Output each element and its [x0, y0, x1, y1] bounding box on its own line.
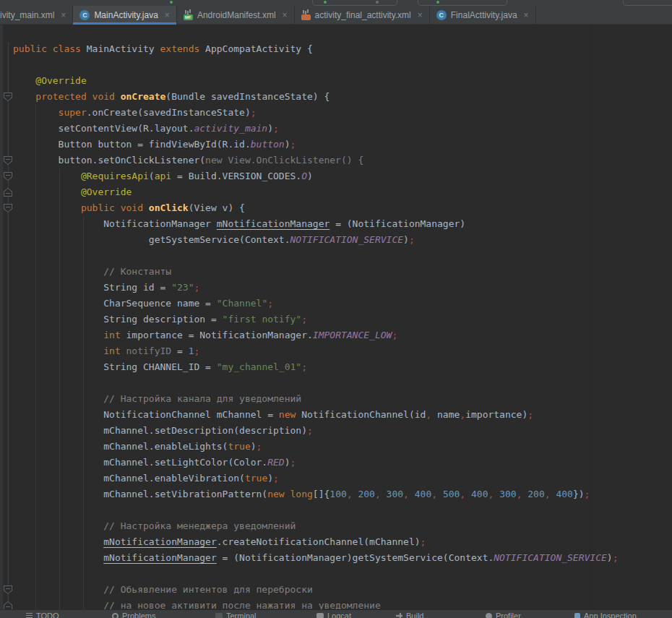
code-line: // Обьявление интентов для переброски: [13, 582, 619, 598]
toolwindow-label: Problems: [122, 611, 155, 618]
fold-marker-icon[interactable]: [4, 585, 12, 594]
toolwindow-logcat-button[interactable]: Logcat: [316, 611, 351, 618]
manifest-icon: MF: [184, 10, 193, 20]
code-line: mChannel.setLightColor(Color.RED);: [13, 455, 619, 471]
java-class-icon: C: [79, 10, 90, 20]
code-line: // Настройка менеджера уведомлений: [13, 518, 619, 534]
code-line: Button button = findViewById(R.id.button…: [13, 137, 619, 153]
code-line: mChannel.enableLights(true);: [13, 439, 619, 455]
tab-label: AndroidManifest.xml: [197, 10, 276, 20]
run-dot-icon: [324, 1, 327, 4]
toolwindow-bar: TODOProblemsTerminalLogcatBuildProfilerA…: [0, 609, 672, 618]
code-line: // Константы: [13, 264, 619, 280]
code-line: public class MainActivity extends AppCom…: [13, 41, 619, 57]
code-line: // Настройка канала для уведомлений: [13, 391, 619, 407]
toolwindow-label: Logcat: [327, 611, 351, 618]
toolwindow-todo-button[interactable]: TODO: [26, 611, 59, 618]
code-area: public class MainActivity extends AppCom…: [13, 41, 619, 614]
code-line: mChannel.setDescription(description);: [13, 423, 619, 439]
code-line: [13, 502, 619, 518]
tab-close-icon[interactable]: ×: [283, 11, 288, 20]
code-line: getSystemService(Context.NOTIFICATION_SE…: [13, 232, 619, 248]
app-inspection-icon: [574, 613, 580, 618]
toolwindow-profiler-button[interactable]: Profiler: [486, 611, 521, 618]
toolwindow-app-inspection-button[interactable]: App Inspection: [574, 611, 637, 618]
editor-tab-finalacttivity-java[interactable]: CFinalActtivity.java×: [430, 6, 536, 24]
tab-label: ivity_main.xml: [0, 10, 54, 20]
code-line: @RequiresApi(api = Build.VERSION_CODES.O…: [13, 168, 619, 184]
logcat-icon: [316, 613, 324, 618]
toolbar-dot-icon: [376, 1, 379, 4]
code-line: mChannel.setVibrationPattern(new long[]{…: [13, 486, 619, 502]
code-line: CharSequence name = "Channel";: [13, 296, 619, 312]
tab-close-icon[interactable]: ×: [165, 11, 170, 20]
editor-tab-ivity-main-xml[interactable]: ivity_main.xml×: [0, 6, 73, 24]
tab-close-icon[interactable]: ×: [61, 11, 66, 20]
tab-close-icon[interactable]: ×: [418, 11, 423, 20]
fold-marker-icon[interactable]: [4, 93, 12, 101]
code-line: String description = "first notify";: [13, 312, 619, 327]
toolwindow-label: Terminal: [226, 611, 257, 618]
toolwindow-label: Profiler: [496, 611, 521, 618]
toolwindow-terminal-button[interactable]: Terminal: [215, 611, 257, 618]
tab-label: FinalActtivity.java: [451, 10, 517, 20]
fold-marker-icon[interactable]: [4, 156, 12, 165]
code-line: super.onCreate(savedInstanceState);: [13, 105, 619, 121]
tab-label: MainActivity.java: [94, 10, 158, 20]
code-line: String CHANNEL_ID = "my_channel_01";: [13, 359, 619, 375]
editor-tab-activity-final-acttivity-xml[interactable]: activity_final_acttivity.xml×: [295, 6, 430, 24]
editor-tab-androidmanifest-xml[interactable]: MFAndroidManifest.xml×: [177, 6, 295, 24]
code-line: setContentView(R.layout.activity_main);: [13, 121, 619, 137]
tab-close-icon[interactable]: ×: [524, 11, 529, 20]
code-line: mChannel.enableVibration(true);: [13, 471, 619, 486]
fold-marker-icon[interactable]: [4, 204, 12, 213]
layout-icon: [301, 10, 311, 20]
code-line: mNotificationManager = (NotificationMana…: [13, 550, 619, 566]
code-line: mNotificationManager.createNotificationC…: [13, 534, 619, 550]
terminal-icon: [215, 613, 223, 618]
code-editor[interactable]: public class MainActivity extends AppCom…: [0, 25, 672, 618]
editor-left-edge: [0, 25, 3, 618]
run-dot-icon: [170, 1, 173, 4]
toolbar-pill[interactable]: [623, 0, 672, 6]
toolwindow-label: TODO: [36, 611, 59, 618]
code-line: public void onClick(View v) {: [13, 200, 619, 216]
java-class-icon: C: [436, 10, 447, 20]
code-line: NotificationManager mNotificationManager…: [13, 216, 619, 232]
main-toolbar-strip: [0, 0, 672, 6]
code-line: @Override: [13, 73, 619, 89]
editor-tab-bar: ivity_main.xml×CMainActivity.java×MFAndr…: [0, 6, 672, 25]
code-line: [13, 375, 619, 391]
code-line: @Override: [13, 184, 619, 200]
fold-indicator-line: [8, 42, 9, 618]
fold-marker-icon[interactable]: [4, 172, 12, 181]
code-line: [13, 566, 619, 582]
tab-label: activity_final_acttivity.xml: [315, 10, 411, 20]
toolwindow-label: App Inspection: [584, 611, 637, 618]
todo-icon: [26, 613, 33, 618]
fold-marker-icon[interactable]: [4, 188, 12, 197]
run-dot-icon: [436, 1, 439, 4]
code-line: protected void onCreate(Bundle savedInst…: [13, 89, 619, 105]
code-line: String id = "23";: [13, 280, 619, 296]
toolwindow-problems-button[interactable]: Problems: [112, 611, 155, 618]
code-line: [13, 57, 619, 73]
device-selector-pill[interactable]: [418, 0, 507, 6]
code-line: button.setOnClickListener(new View.OnCli…: [13, 153, 619, 168]
toolwindow-build-button[interactable]: Build: [396, 611, 423, 618]
toolwindow-label: Build: [406, 611, 423, 618]
code-line: [13, 248, 619, 264]
code-line: NotificationChannel mChannel = new Notif…: [13, 407, 619, 423]
build-icon: [396, 613, 402, 618]
editor-tab-mainactivity-java[interactable]: CMainActivity.java×: [73, 6, 177, 24]
code-line: int importance = NotificationManager.IMP…: [13, 327, 619, 343]
problems-icon: [112, 613, 119, 618]
profiler-icon: [486, 613, 492, 618]
code-line: int notifyID = 1;: [13, 343, 619, 359]
